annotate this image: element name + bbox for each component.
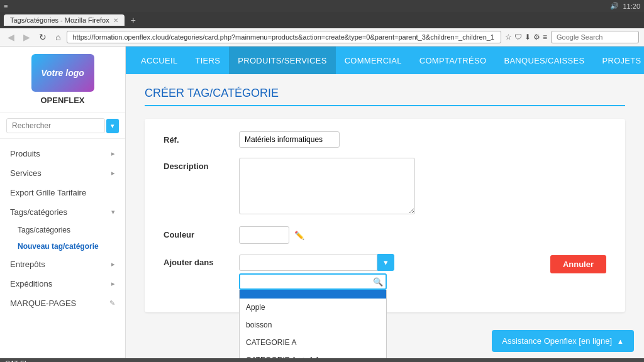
dropdown-item[interactable] — [240, 290, 386, 299]
sidebar-item-label: Entrepôts — [10, 260, 45, 269]
tab-add-button[interactable]: + — [131, 15, 136, 25]
sidebar-item-entrepots[interactable]: Entrepôts ▸ — [0, 255, 125, 274]
nav-tiers[interactable]: TIERS — [186, 47, 229, 74]
logo-text: Votre logo — [41, 68, 84, 78]
brand-name: OPENFLEX — [8, 96, 118, 105]
nav-accueil[interactable]: ACCUEIL — [132, 47, 186, 74]
nav-label: COMPTA/TRÉSO — [419, 56, 487, 65]
color-swatch[interactable] — [239, 226, 289, 244]
couleur-label: Couleur — [164, 226, 239, 239]
nav-banques-caisses[interactable]: BANQUES/CAISSES — [495, 47, 593, 74]
description-label: Description — [164, 158, 239, 171]
assistance-label: Assistance Openflex [en ligne] — [502, 336, 612, 346]
refresh-button[interactable]: ↻ — [36, 31, 49, 43]
description-textarea[interactable] — [239, 158, 415, 214]
sidebar-item-produits[interactable]: Produits ▸ — [0, 144, 125, 163]
sidebar-item-services[interactable]: Services ▸ — [0, 163, 125, 183]
time-display: 11:20 — [623, 3, 640, 10]
browser-icons: ☆ 🛡 ⬇ ⚙ ≡ — [505, 33, 547, 41]
dropdown-item-label: boisson — [246, 321, 272, 329]
ajouter-input[interactable] — [239, 255, 377, 271]
dropdown-item-boisson[interactable]: boisson — [240, 316, 386, 334]
edit-icon: ✎ — [109, 299, 115, 307]
sidebar-item-export-grille[interactable]: Export Grille Tarifaire — [0, 183, 125, 202]
top-nav: ACCUEIL TIERS PRODUITS/SERVICES COMMERCI… — [126, 47, 644, 74]
nav-label: COMMERCIAL — [345, 56, 402, 65]
ref-input[interactable] — [239, 131, 340, 148]
home-button[interactable]: ⌂ — [53, 31, 63, 43]
chevron-right-icon: ▸ — [111, 280, 115, 288]
sidebar-search-input[interactable] — [6, 118, 105, 133]
ref-label: Réf. — [164, 131, 239, 145]
sidebar-item-label: Export Grille Tarifaire — [10, 188, 86, 197]
cancel-button[interactable]: Annuler — [550, 255, 606, 273]
eyedropper-icon[interactable]: ✏️ — [294, 231, 304, 240]
description-field — [239, 158, 606, 216]
ajouter-label: Ajouter dans — [164, 254, 239, 267]
settings-icon: ⚙ — [533, 33, 540, 41]
dropdown-item-categorie-a-a1[interactable]: CATEGORIE A >> A 1 — [240, 351, 386, 358]
browser-chrome: Tags/catégories - Mozilla Firefox ✕ + — [0, 12, 644, 28]
sidebar-logo-area: Votre logo OPENFLEX — [0, 47, 125, 113]
download-icon: ⬇ — [525, 33, 531, 41]
search-icon: 🔍 — [373, 277, 383, 287]
tab-title: Tags/catégories - Mozilla Firefox — [10, 16, 109, 24]
nav-commercial[interactable]: COMMERCIAL — [336, 47, 411, 74]
search-bar[interactable] — [551, 31, 639, 43]
back-button[interactable]: ◀ — [5, 31, 17, 43]
sidebar-sub-item-tags[interactable]: Tags/catégories — [0, 222, 125, 238]
ref-field — [239, 131, 606, 148]
dropdown-search-input[interactable] — [239, 273, 387, 290]
url-bar[interactable] — [67, 31, 501, 43]
nav-label: TIERS — [195, 56, 220, 65]
dropdown-search-wrapper: 🔍 — [239, 273, 387, 290]
tab-close-icon[interactable]: ✕ — [113, 17, 118, 24]
nav-label: PRODUITS/SERVICES — [238, 56, 326, 65]
nav-compta-treso[interactable]: COMPTA/TRÉSO — [411, 47, 496, 74]
bookmark-icon: ☆ — [505, 33, 512, 41]
status-text: CAT FI — [5, 359, 26, 362]
browser-top-right: 🔊 11:20 — [610, 2, 640, 10]
chevron-right-icon: ▸ — [111, 169, 115, 177]
status-bar: CAT FI — [0, 358, 644, 362]
nav-projets[interactable]: PROJETS — [593, 47, 644, 74]
forward-button[interactable]: ▶ — [21, 31, 33, 43]
more-icon: ≡ — [543, 33, 547, 41]
page-content-area: CRÉER TAG/CATÉGORIE Réf. Description — [126, 74, 644, 325]
browser-top-bar: ≡ 🔊 11:20 — [0, 0, 644, 12]
sidebar-item-expeditions[interactable]: Expéditions ▸ — [0, 274, 125, 293]
sidebar-item-label: Expéditions — [10, 279, 52, 288]
browser-tab[interactable]: Tags/catégories - Mozilla Firefox ✕ — [4, 14, 125, 26]
dropdown-item-apple[interactable]: Apple — [240, 299, 386, 316]
sidebar-item-tags-categories[interactable]: Tags/catégories ▾ — [0, 202, 125, 222]
sidebar-item-label: Produits — [10, 149, 40, 158]
nav-produits-services[interactable]: PRODUITS/SERVICES — [229, 47, 335, 74]
sidebar-search-area: ▾ — [0, 113, 125, 139]
browser-nav-bar: ◀ ▶ ↻ ⌂ ☆ 🛡 ⬇ ⚙ ≡ — [0, 28, 644, 47]
volume-icon: 🔊 — [610, 2, 619, 10]
dropdown-item-label: Apple — [246, 303, 265, 312]
chevron-right-icon: ▸ — [111, 150, 115, 158]
dropdown-list: Apple boisson CATEGORIE A CATEGORIE A >>… — [239, 290, 387, 358]
dropdown-item-label: CATEGORIE A — [246, 338, 296, 347]
dropdown-item-categorie-a[interactable]: CATEGORIE A — [240, 334, 386, 351]
nav-label: ACCUEIL — [141, 56, 177, 65]
chevron-down-icon: ▾ — [111, 208, 115, 216]
app-container: Votre logo OPENFLEX ▾ Produits ▸ Service… — [0, 47, 644, 358]
cancel-area: Annuler — [550, 254, 606, 273]
sidebar-item-marque-pages[interactable]: MARQUE-PAGES ✎ — [0, 293, 125, 313]
browser-top-left: ≡ — [4, 3, 8, 10]
sidebar: Votre logo OPENFLEX ▾ Produits ▸ Service… — [0, 47, 126, 358]
sidebar-search-button[interactable]: ▾ — [106, 119, 119, 133]
assistance-button[interactable]: Assistance Openflex [en ligne] ▲ — [492, 330, 634, 352]
form-card: Réf. Description Couleur — [145, 119, 625, 312]
ajouter-dropdown-button[interactable]: ▾ — [377, 254, 394, 271]
sidebar-sub-label: Tags/catégories — [18, 226, 70, 234]
sidebar-sub-item-nouveau-tag[interactable]: Nouveau tag/catégorie — [0, 238, 125, 255]
ajouter-input-area: ▾ — [239, 254, 538, 271]
nav-label: PROJETS — [602, 56, 641, 65]
form-row-couleur: Couleur ✏️ — [164, 226, 606, 244]
chevron-up-icon: ▲ — [617, 337, 624, 345]
form-row-description: Description — [164, 158, 606, 216]
browser-menu-icon: ≡ — [4, 3, 8, 10]
